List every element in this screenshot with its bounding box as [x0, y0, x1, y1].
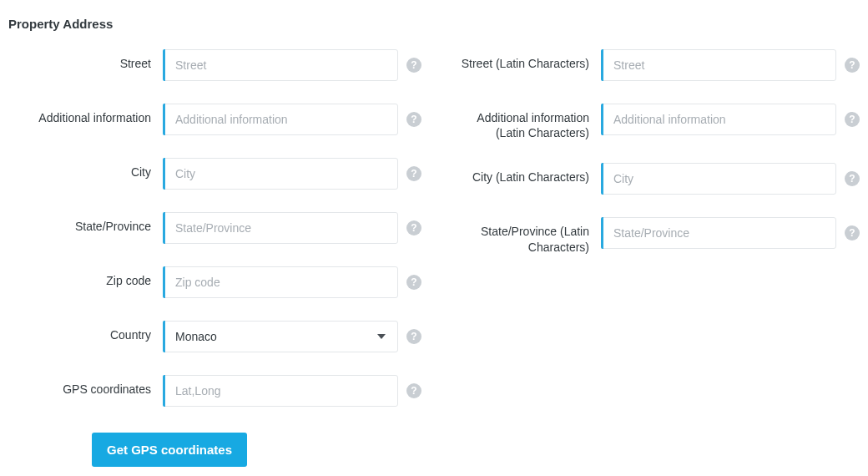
chevron-down-icon — [377, 334, 386, 339]
help-icon[interactable]: ? — [406, 383, 421, 398]
label-state-latin: State/Province (Latin Characters) — [447, 217, 601, 254]
state-input[interactable] — [163, 212, 398, 244]
accent-bar — [163, 158, 165, 190]
label-zip: Zip code — [8, 266, 163, 288]
label-gps: GPS coordinates — [8, 375, 163, 397]
row-state: State/Province ? — [8, 212, 421, 244]
accent-bar — [601, 217, 603, 249]
zip-input[interactable] — [163, 266, 398, 298]
street-input[interactable] — [163, 49, 398, 81]
get-gps-button[interactable]: Get GPS coordinates — [92, 433, 247, 467]
accent-bar — [163, 266, 165, 298]
label-country: Country — [8, 321, 163, 342]
help-icon[interactable]: ? — [406, 58, 421, 73]
accent-bar — [601, 104, 603, 135]
row-additional-info: Additional information ? — [8, 104, 421, 135]
label-street-latin: Street (Latin Characters) — [447, 49, 601, 71]
help-icon[interactable]: ? — [406, 112, 421, 127]
gps-input[interactable] — [163, 375, 398, 407]
label-city: City — [8, 158, 163, 180]
help-icon[interactable]: ? — [406, 275, 421, 290]
address-right-column: Street (Latin Characters) ? Additional i… — [447, 49, 860, 467]
country-selected-value: Monaco — [175, 330, 217, 343]
address-left-column: Street ? Additional information ? City — [8, 49, 421, 467]
help-icon[interactable]: ? — [406, 329, 421, 344]
accent-bar — [163, 212, 165, 244]
row-state-latin: State/Province (Latin Characters) ? — [447, 217, 860, 254]
city-input[interactable] — [163, 158, 398, 190]
accent-bar — [163, 321, 165, 352]
accent-bar — [163, 49, 165, 81]
city-latin-input[interactable] — [601, 163, 836, 195]
country-select[interactable]: Monaco — [163, 321, 398, 352]
help-icon[interactable]: ? — [845, 225, 860, 241]
row-zip: Zip code ? — [8, 266, 421, 298]
row-additional-info-latin: Additional information (Latin Characters… — [447, 104, 860, 140]
help-icon[interactable]: ? — [406, 166, 421, 181]
row-city-latin: City (Latin Characters) ? — [447, 163, 860, 195]
additional-info-input[interactable] — [163, 104, 398, 135]
address-columns: Street ? Additional information ? City — [8, 49, 860, 467]
accent-bar — [163, 104, 165, 135]
street-latin-input[interactable] — [601, 49, 836, 81]
accent-bar — [601, 163, 603, 195]
label-additional-info: Additional information — [8, 104, 163, 125]
label-state: State/Province — [8, 212, 163, 234]
help-icon[interactable]: ? — [845, 112, 860, 127]
accent-bar — [163, 375, 165, 407]
row-street-latin: Street (Latin Characters) ? — [447, 49, 860, 81]
help-icon[interactable]: ? — [845, 58, 860, 73]
accent-bar — [601, 49, 603, 81]
row-country: Country Monaco ? — [8, 321, 421, 352]
label-city-latin: City (Latin Characters) — [447, 163, 601, 185]
row-city: City ? — [8, 158, 421, 190]
row-gps: GPS coordinates ? — [8, 375, 421, 407]
row-street: Street ? — [8, 49, 421, 81]
help-icon[interactable]: ? — [406, 220, 421, 235]
help-icon[interactable]: ? — [845, 171, 860, 186]
state-latin-input[interactable] — [601, 217, 836, 249]
section-title: Property Address — [8, 17, 860, 31]
label-additional-info-latin: Additional information (Latin Characters… — [447, 104, 601, 140]
label-street: Street — [8, 49, 163, 71]
additional-info-latin-input[interactable] — [601, 104, 836, 135]
